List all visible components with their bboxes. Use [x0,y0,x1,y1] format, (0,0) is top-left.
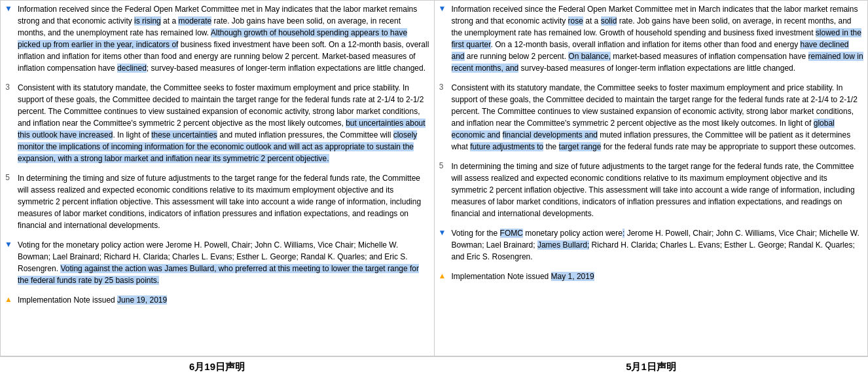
paragraph-number: 5 [439,161,446,170]
paragraph-gutter: 3 [439,82,452,153]
paragraph-text: Voting for the monetary policy action we… [18,239,430,286]
paragraph-text: Consistent with its statutory mandate, t… [18,82,430,164]
paragraph-gutter [5,288,18,293]
paragraph-content: In determining the timing and size of fu… [18,172,430,231]
arrow-down-icon: ▼ [5,240,12,249]
paragraph-content [452,154,864,159]
paragraph-gutter: 5 [439,160,452,219]
paragraph-gutter [439,154,452,159]
arrow-up-icon: ▲ [5,295,12,304]
paragraph-block: 3Consistent with its statutory mandate, … [439,82,864,153]
paragraph-block [439,264,864,269]
paragraph-block: ▼Voting for the FOMC monetary policy act… [439,227,864,263]
arrow-down-icon: ▼ [439,4,446,13]
paragraph-gutter: ▼ [439,3,452,74]
paragraph-content: Implementation Note issued June 19, 2019 [18,294,430,306]
paragraph-content: Implementation Note issued May 1, 2019 [452,271,864,282]
paragraph-gutter: ▲ [439,271,452,282]
right-footer-title: 5月1日声明 [434,357,868,376]
paragraph-gutter: ▼ [5,239,18,286]
paragraph-text: Information received since the Federal O… [452,3,864,74]
left-footer-title: 6月19日声明 [0,357,434,376]
arrow-down-icon: ▼ [5,4,12,13]
paragraph-content [18,288,430,293]
paragraph-content: Consistent with its statutory mandate, t… [18,82,430,164]
paragraph-content: Information received since the Federal O… [18,3,430,74]
columns-row: ▼Information received since the Federal … [0,0,868,356]
paragraph-gutter [5,233,18,238]
paragraph-block: ▼Voting for the monetary policy action w… [5,239,430,286]
left-column[interactable]: ▼Information received since the Federal … [0,0,435,356]
paragraph-block [439,154,864,159]
paragraph-text: Information received since the Federal O… [18,3,430,74]
paragraph-gutter [439,221,452,226]
paragraph-number: 5 [5,173,12,182]
paragraph-content: In determining the timing and size of fu… [452,160,864,219]
paragraph-block: 5In determining the timing and size of f… [439,160,864,219]
arrow-up-icon: ▲ [439,271,446,280]
paragraph-text: In determining the timing and size of fu… [18,172,430,231]
paragraph-block [5,288,430,293]
paragraph-block: 5In determining the timing and size of f… [5,172,430,231]
main-container: ▼Information received since the Federal … [0,0,868,376]
paragraph-content [452,264,864,269]
paragraph-block: ▲Implementation Note issued May 1, 2019 [439,271,864,282]
paragraph-text: Implementation Note issued May 1, 2019 [452,271,864,282]
paragraph-text: Consistent with its statutory mandate, t… [452,82,864,153]
paragraph-block: ▼Information received since the Federal … [439,3,864,74]
paragraph-gutter [439,264,452,269]
paragraph-content: Consistent with its statutory mandate, t… [452,82,864,153]
paragraph-block [5,233,430,238]
paragraph-number: 3 [439,83,446,92]
paragraph-gutter: 5 [5,172,18,231]
paragraph-number: 3 [5,83,12,92]
paragraph-gutter [5,166,18,171]
arrow-down-icon: ▼ [439,228,446,237]
paragraph-block [5,166,430,171]
paragraph-content [452,221,864,226]
paragraph-gutter [439,75,452,81]
paragraph-gutter [5,75,18,81]
paragraph-text: In determining the timing and size of fu… [452,160,864,219]
paragraph-content: Voting for the monetary policy action we… [18,239,430,286]
paragraph-block [439,221,864,226]
paragraph-content: Voting for the FOMC monetary policy acti… [452,227,864,263]
paragraph-gutter: ▼ [5,3,18,74]
paragraph-content [452,75,864,81]
paragraph-content [18,233,430,238]
paragraph-content [18,75,430,81]
paragraph-content [18,166,430,171]
paragraph-block [5,75,430,81]
paragraph-gutter: ▼ [439,227,452,263]
paragraph-gutter: ▲ [5,294,18,306]
paragraph-text: Implementation Note issued June 19, 2019 [18,294,430,306]
paragraph-block: ▲Implementation Note issued June 19, 201… [5,294,430,306]
right-column[interactable]: ▼Information received since the Federal … [435,0,869,356]
footer-row: 6月19日声明 5月1日声明 [0,356,868,376]
paragraph-block [439,75,864,81]
paragraph-block: 3Consistent with its statutory mandate, … [5,82,430,164]
paragraph-block: ▼Information received since the Federal … [5,3,430,74]
paragraph-content: Information received since the Federal O… [452,3,864,74]
paragraph-gutter: 3 [5,82,18,164]
paragraph-text: Voting for the FOMC monetary policy acti… [452,227,864,263]
